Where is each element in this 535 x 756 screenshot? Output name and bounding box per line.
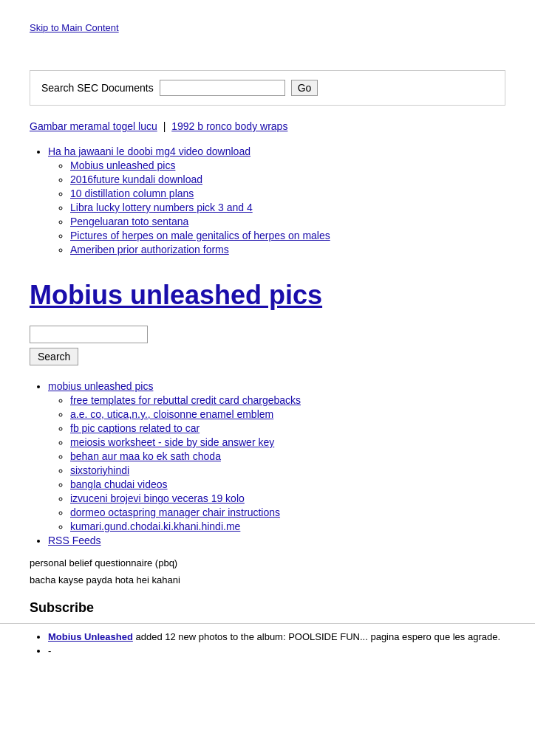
content-sub-link-6[interactable]: sixstoriyhindi [70, 464, 129, 476]
list-item: Pengeluaran toto sentana [70, 216, 505, 227]
list-item: Mobius unleashed pics [70, 159, 505, 171]
content-sub-link-5[interactable]: behan aur maa ko ek sath choda [70, 450, 221, 462]
list-item: izvuceni brojevi bingo veceras 19 kolo [70, 492, 505, 504]
list-item: meiosis worksheet - side by side answer … [70, 436, 505, 448]
sec-search-input[interactable] [160, 80, 285, 96]
search-section: Search [30, 326, 505, 365]
list-item-rss: RSS Feeds [48, 535, 505, 546]
subscribe-list: Mobius Unleashed added 12 new photos to … [30, 631, 505, 656]
search-input[interactable] [30, 326, 148, 343]
list-item: Ha ha jawaani le doobi mg4 video downloa… [48, 145, 505, 255]
subscribe-divider [0, 623, 535, 624]
sub-link-4[interactable]: Libra lucky lottery numbers pick 3 and 4 [70, 202, 253, 213]
page-title-link[interactable]: Mobius unleashed pics [30, 280, 322, 310]
sub-link-1[interactable]: Mobius unleashed pics [70, 159, 175, 171]
rss-feeds-link[interactable]: RSS Feeds [48, 535, 101, 546]
list-item: Libra lucky lottery numbers pick 3 and 4 [70, 202, 505, 213]
subscribe-item-1-text: added 12 new photos to the album: POOLSI… [133, 631, 500, 642]
list-item: Ameriben prior authorization forms [70, 244, 505, 255]
sec-search-box: Search SEC Documents Go [30, 70, 505, 106]
list-item: 10 distillation column plans [70, 188, 505, 199]
content-sub-link-9[interactable]: dormeo octaspring manager chair instruct… [70, 506, 280, 518]
main-nav-list: Ha ha jawaani le doobi mg4 video downloa… [0, 145, 535, 272]
list-item: 2016future kundali download [70, 173, 505, 185]
top-link-separator: | [163, 120, 169, 132]
footer-text-2: bacha kayse payda hota hei kahani [30, 574, 505, 585]
list-item: dormeo octaspring manager chair instruct… [70, 506, 505, 518]
sub-link-2[interactable]: 2016future kundali download [70, 173, 202, 185]
sub-link-3[interactable]: 10 distillation column plans [70, 188, 194, 199]
list-item: Mobius Unleashed added 12 new photos to … [48, 631, 505, 642]
list-item: behan aur maa ko ek sath choda [70, 450, 505, 462]
content-sub-link-1[interactable]: free templates for rebuttal credit card … [70, 394, 301, 406]
list-item: a.e. co, utica,n.y., cloisonne enamel em… [70, 408, 505, 420]
list-item: fb pic captions related to car [70, 422, 505, 434]
list-item: Pictures of herpes on male genitalics of… [70, 230, 505, 241]
list-item: free templates for rebuttal credit card … [70, 394, 505, 406]
subscribe-bold-text-1: Mobius Unleashed [48, 631, 133, 642]
content-sub-link-8[interactable]: izvuceni brojevi bingo veceras 19 kolo [70, 492, 245, 504]
list-item: - [48, 645, 505, 656]
sub-link-6[interactable]: Pictures of herpes on male genitalics of… [70, 230, 330, 241]
list-item: bangla chudai videos [70, 478, 505, 490]
content-sub-link-7[interactable]: bangla chudai videos [70, 478, 168, 490]
content-sub-link-2[interactable]: a.e. co, utica,n.y., cloisonne enamel em… [70, 408, 273, 420]
footer-text-1: personal belief questionnaire (pbq) [30, 557, 505, 568]
page-title: Mobius unleashed pics [30, 280, 505, 311]
sec-search-label: Search SEC Documents [41, 82, 154, 94]
main-nav-link-1[interactable]: Ha ha jawaani le doobi mg4 video downloa… [48, 145, 251, 157]
list-item: sixstoriyhindi [70, 464, 505, 476]
top-link-1[interactable]: Gambar meramal togel lucu [30, 120, 157, 132]
top-links: Gambar meramal togel lucu | 1992 b ronco… [0, 120, 535, 143]
sub-link-7[interactable]: Ameriben prior authorization forms [70, 244, 229, 255]
top-link-2[interactable]: 1992 b ronco body wraps [171, 120, 287, 132]
content-sub-link-3[interactable]: fb pic captions related to car [70, 422, 200, 434]
sub-link-5[interactable]: Pengeluaran toto sentana [70, 216, 188, 227]
subscribe-item-2-text: - [48, 645, 51, 656]
subscribe-item-1-bold[interactable]: Mobius Unleashed [48, 631, 133, 642]
sec-search-go-button[interactable]: Go [291, 80, 318, 96]
content-sub-link-10[interactable]: kumari.gund.chodai.ki.khani.hindi.me [70, 520, 240, 532]
skip-to-main-content-link[interactable]: Skip to Main Content [0, 0, 535, 41]
content-link-mobius[interactable]: mobius unleashed pics [48, 380, 153, 392]
subscribe-section: Subscribe Mobius Unleashed added 12 new … [0, 600, 535, 656]
list-item: mobius unleashed pics free templates for… [48, 380, 505, 532]
list-item: kumari.gund.chodai.ki.khani.hindi.me [70, 520, 505, 532]
content-list: mobius unleashed pics free templates for… [30, 380, 505, 546]
content-sub-link-4[interactable]: meiosis worksheet - side by side answer … [70, 436, 274, 448]
search-button[interactable]: Search [30, 348, 78, 365]
subscribe-title: Subscribe [0, 600, 535, 623]
